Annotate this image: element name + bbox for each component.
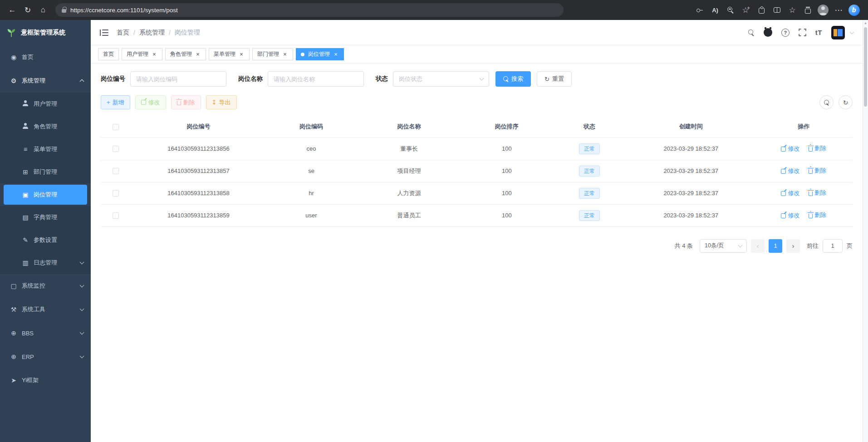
sidebar-item-home[interactable]: ◉ 首页 (0, 45, 91, 69)
sidebar: 意框架管理系统 ◉ 首页 ⚙ 系统管理 用户管理 角色管理 (0, 20, 91, 442)
sidebar-item-monitoring[interactable]: ▢ 系统监控 (0, 274, 91, 298)
search-button[interactable]: 搜索 (495, 71, 531, 87)
extensions-icon[interactable] (754, 3, 769, 17)
app-title: 意框架管理系统 (21, 29, 65, 37)
password-key-icon[interactable] (692, 3, 707, 17)
row-edit-button[interactable]: 修改 (781, 167, 799, 175)
sidebar-item-dictionary[interactable]: ▤ 字典管理 (0, 206, 91, 229)
breadcrumb-system[interactable]: 系统管理 (139, 29, 165, 37)
row-checkbox[interactable] (113, 168, 119, 174)
sidebar-item-logs[interactable]: ▥ 日志管理 (0, 251, 91, 274)
copilot-bing-icon[interactable]: b (846, 3, 862, 17)
select-all-checkbox[interactable] (113, 124, 119, 130)
export-button[interactable]: ↧ 导出 (206, 95, 237, 109)
add-favorite-icon[interactable]: ☆+ (738, 3, 754, 17)
table-row[interactable]: 1641030593112313858 hr 人力资源 100 正常 2023-… (101, 182, 853, 204)
browser-profile-avatar[interactable] (815, 3, 831, 17)
post-name-input[interactable] (268, 71, 364, 87)
sidebar-item-label: Yi框架 (22, 376, 83, 384)
edit-button[interactable]: 修改 (135, 95, 166, 109)
close-icon[interactable]: × (282, 51, 288, 58)
breadcrumb-home[interactable]: 首页 (117, 29, 129, 37)
row-edit-button[interactable]: 修改 (781, 189, 799, 197)
reset-button[interactable]: ↻ 重置 (537, 71, 572, 87)
prev-page-button[interactable]: ‹ (751, 239, 765, 253)
status-select[interactable]: 岗位状态 (393, 71, 489, 87)
app-logo[interactable]: 意框架管理系统 (0, 20, 91, 45)
favorites-bar-icon[interactable]: ☆ (785, 3, 800, 17)
close-icon[interactable]: × (195, 51, 201, 58)
sidebar-item-departments[interactable]: ⊞ 部门管理 (0, 161, 91, 183)
collections-stack-icon (805, 9, 811, 14)
close-icon[interactable]: × (333, 51, 339, 58)
browser-more-menu[interactable]: ⋯ (831, 3, 846, 17)
goto-page-input[interactable] (823, 239, 843, 253)
sidebar-toggle-icon[interactable] (100, 29, 108, 36)
zoom-out-icon[interactable] (723, 3, 738, 17)
avatar-caret-icon[interactable] (850, 29, 854, 34)
add-button[interactable]: + 新增 (101, 95, 130, 109)
help-button[interactable]: ? (781, 29, 790, 37)
row-edit-button[interactable]: 修改 (781, 145, 799, 153)
tab-menus[interactable]: 菜单管理 × (209, 48, 250, 60)
sidebar-item-posts[interactable]: ▣ 岗位管理 (4, 185, 87, 205)
fullscreen-button[interactable] (799, 29, 806, 36)
github-link[interactable] (764, 28, 772, 37)
scrollbar-thumb[interactable] (864, 27, 867, 107)
sidebar-item-yi-framework[interactable]: ➤ Yi框架 (0, 368, 91, 392)
address-bar[interactable]: https://ccnetcore.com:1101/system/post (55, 3, 564, 17)
split-screen-icon[interactable] (769, 3, 785, 17)
read-aloud-icon[interactable]: A) (707, 3, 723, 17)
sidebar-item-erp[interactable]: ⊕ ERP (0, 345, 91, 368)
avatar (818, 5, 829, 15)
tab-posts-active[interactable]: 岗位管理 × (296, 48, 344, 60)
row-delete-button[interactable]: 删除 (809, 211, 826, 219)
row-checkbox[interactable] (113, 190, 119, 196)
sidebar-item-bbs[interactable]: ⊕ BBS (0, 321, 91, 345)
collections-icon[interactable] (800, 3, 815, 17)
row-edit-button[interactable]: 修改 (781, 211, 799, 220)
row-checkbox[interactable] (113, 212, 119, 219)
sidebar-item-menus[interactable]: ≡ 菜单管理 (0, 138, 91, 161)
post-code-input[interactable] (130, 71, 226, 87)
sidebar-item-users[interactable]: 用户管理 (0, 93, 91, 115)
page-button-1[interactable]: 1 (769, 239, 782, 253)
edit-icon (781, 169, 786, 174)
page-size-select[interactable]: 10条/页 (700, 239, 747, 253)
toggle-search-button[interactable] (819, 95, 834, 109)
tab-departments[interactable]: 部门管理 × (252, 48, 293, 60)
scrollbar-up-arrow[interactable]: ▴ (863, 20, 868, 25)
browser-home-button[interactable]: ⌂ (35, 3, 51, 17)
table-row[interactable]: 1641030593112313857 se 项目经理 100 正常 2023-… (101, 160, 853, 182)
refresh-table-button[interactable]: ↻ (839, 95, 853, 109)
tab-home[interactable]: 首页 (98, 48, 119, 60)
browser-refresh-button[interactable]: ↻ (20, 3, 35, 17)
sidebar-item-system[interactable]: ⚙ 系统管理 (0, 69, 91, 93)
table-row[interactable]: 1641030593112313859 user 普通员工 100 正常 202… (101, 204, 853, 226)
row-edit-label: 修改 (788, 211, 799, 220)
row-delete-button[interactable]: 删除 (809, 144, 826, 152)
next-page-button[interactable]: › (786, 239, 800, 253)
row-delete-button[interactable]: 删除 (809, 167, 826, 175)
delete-button[interactable]: 删除 (171, 95, 201, 109)
row-checkbox[interactable] (113, 146, 119, 152)
column-header-post-name: 岗位名称 (356, 116, 461, 138)
search-icon (503, 76, 509, 82)
close-icon[interactable]: × (238, 51, 245, 58)
sidebar-item-tools[interactable]: ⚒ 系统工具 (0, 298, 91, 321)
tab-users[interactable]: 用户管理 × (122, 48, 162, 60)
text-size-button[interactable]: tT (815, 29, 822, 36)
sidebar-item-parameters[interactable]: ✎ 参数设置 (0, 229, 91, 251)
page-scrollbar[interactable]: ▴ (863, 20, 868, 442)
edit-icon (781, 147, 786, 152)
user-avatar-menu[interactable] (831, 26, 845, 39)
browser-back-button[interactable]: ← (5, 3, 20, 17)
close-icon[interactable]: × (151, 51, 157, 58)
row-delete-button[interactable]: 删除 (809, 189, 826, 197)
header-search-button[interactable] (748, 29, 755, 36)
sidebar-item-roles[interactable]: 角色管理 (0, 115, 91, 138)
tab-roles[interactable]: 角色管理 × (165, 48, 206, 60)
breadcrumb-current: 岗位管理 (175, 29, 200, 37)
table-row[interactable]: 1641030593112313856 ceo 董事长 100 正常 2023-… (101, 138, 853, 160)
plus-icon: + (747, 5, 750, 10)
